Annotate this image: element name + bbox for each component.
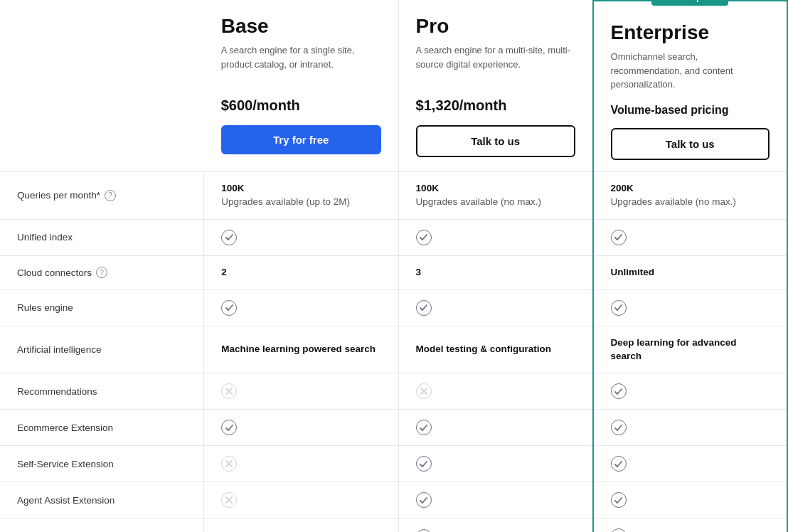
check-icon	[611, 420, 627, 435]
pro-plan-name: Pro	[416, 15, 575, 38]
base-plan-desc: A search engine for a single site, produ…	[221, 43, 381, 86]
check-icon	[221, 230, 237, 245]
pro-cta-button[interactable]: Talk to us	[416, 125, 575, 157]
pro-plan-desc: A search engine for a multi-site, multi-…	[416, 43, 575, 86]
check-icon	[416, 492, 432, 508]
feature-label: Cloud connectors?	[17, 267, 186, 278]
table-row: SandboxAdd-on available	[0, 518, 787, 532]
enterprise-plan-desc: Omnichannel search, recommendation, and …	[611, 50, 770, 92]
feature-column-header	[0, 1, 204, 172]
table-row: Queries per month*?100KUpgrades availabl…	[0, 172, 787, 220]
most-popular-badge: Most Popular	[651, 0, 728, 6]
check-icon	[611, 300, 627, 316]
check-icon	[416, 529, 432, 532]
table-row: Rules engine	[0, 289, 787, 326]
table-row: Unified index	[0, 219, 787, 255]
check-icon	[416, 230, 432, 245]
enterprise-plan-name: Enterprise	[611, 21, 770, 44]
check-icon	[221, 300, 237, 316]
enterprise-cta-button[interactable]: Talk to us	[611, 128, 770, 160]
x-icon	[416, 383, 432, 399]
table-row: Recommendations	[0, 373, 787, 410]
x-icon	[221, 492, 237, 508]
feature-label: Queries per month*?	[17, 190, 186, 201]
base-plan-name: Base	[221, 15, 381, 38]
check-icon	[611, 230, 627, 245]
table-row: Ecommerce Extension	[0, 410, 787, 446]
check-icon	[416, 420, 432, 435]
table-row: Cloud connectors?23Unlimited	[0, 255, 787, 289]
table-row: Agent Assist Extension	[0, 482, 787, 518]
check-icon	[416, 300, 432, 316]
base-plan-price: $600/month	[221, 97, 381, 114]
feature-label: Self-Service Extension	[17, 459, 186, 469]
feature-label: Rules engine	[17, 302, 186, 313]
check-icon	[221, 420, 237, 435]
pro-plan-header: Pro A search engine for a multi-site, mu…	[398, 1, 592, 172]
base-cta-button[interactable]: Try for free	[221, 125, 381, 154]
feature-label: Recommendations	[17, 386, 186, 397]
feature-label: Ecommerce Extension	[17, 422, 186, 433]
x-icon	[221, 456, 237, 472]
check-icon	[611, 528, 627, 532]
check-icon	[611, 492, 627, 508]
x-icon	[221, 383, 237, 399]
base-plan-header: Base A search engine for a single site, …	[204, 1, 398, 172]
table-row: Self-Service Extension	[0, 446, 787, 482]
help-icon[interactable]: ?	[105, 190, 116, 201]
check-icon	[611, 456, 627, 472]
feature-label: Agent Assist Extension	[17, 495, 186, 506]
table-row: Artificial intelligenceMachine learning …	[0, 326, 787, 373]
enterprise-plan-price: Volume-based pricing	[611, 104, 770, 117]
pro-plan-price: $1,320/month	[416, 97, 575, 114]
help-icon[interactable]: ?	[96, 267, 107, 278]
check-icon	[416, 456, 432, 472]
enterprise-plan-header: Most Popular Enterprise Omnichannel sear…	[593, 1, 787, 172]
feature-label: Unified index	[17, 232, 186, 243]
feature-label: Artificial intelligence	[17, 344, 186, 355]
check-icon	[611, 383, 627, 399]
